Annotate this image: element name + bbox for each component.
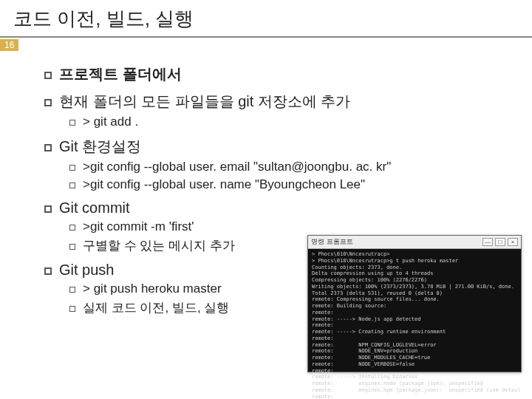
slide-title: 코드 이전, 빌드, 실행 [0,0,532,38]
page-number-badge: 16 [0,39,18,51]
square-small-bullet-icon [69,120,75,126]
section: 현재 폴더의 모든 파일들을 git 저장소에 추가> git add . [44,92,532,129]
section-heading-row: Git 환경설정 [44,137,532,157]
close-icon: × [508,238,518,246]
subitem-row: >git config --global user. name "Byoungc… [69,177,532,192]
subitem-text: > git add . [83,115,138,129]
square-small-bullet-icon [69,306,75,312]
square-small-bullet-icon [69,287,75,293]
subitem: >git config --global user. name "Byoungc… [69,177,532,192]
section: 프로젝트 폴더에서 [44,64,532,84]
section-heading: 프로젝트 폴더에서 [59,64,182,84]
section-heading: Git commit [59,200,130,216]
square-bullet-icon [44,72,52,79]
subitem-text: 실제 코드 이전, 빌드, 실행 [83,299,229,316]
section: Git 환경설정>git config --global user. email… [44,137,532,192]
square-bullet-icon [44,144,52,151]
terminal-title: 명령 프롬프트 [311,237,353,247]
section-heading: Git push [59,262,114,279]
square-small-bullet-icon [69,183,75,188]
maximize-icon: □ [495,238,505,246]
square-small-bullet-icon [69,225,75,231]
square-bullet-icon [44,205,52,213]
square-bullet-icon [44,267,52,275]
subitem-text: >git config --global user. name "Byoungc… [83,177,365,192]
subitem-row: >git config --global user. email "sultan… [69,160,532,174]
section-heading: 현재 폴더의 모든 파일들을 git 저장소에 추가 [59,92,350,112]
subitem-text: >git config --global user. email "sultan… [83,160,391,174]
subitem-text: 구별할 수 있는 메시지 추가 [83,237,235,254]
subitem-text: > git push heroku master [83,282,222,296]
terminal-screenshot: 명령 프롬프트 — □ × > Phocs\010\Nncesrutracp> … [307,235,522,372]
subitem-row: >git commit -m 'first' [69,219,532,234]
square-small-bullet-icon [69,244,75,250]
terminal-titlebar: 명령 프롬프트 — □ × [308,236,521,249]
subitem-row: > git add . [69,115,532,129]
subitem-text: >git commit -m 'first' [83,219,194,234]
subitem: >git commit -m 'first' [69,219,532,234]
section-heading-row: 현재 폴더의 모든 파일들을 git 저장소에 추가 [44,92,532,112]
section-heading-row: 프로젝트 폴더에서 [44,64,532,84]
square-small-bullet-icon [69,165,75,171]
subitem: > git add . [69,115,532,129]
square-bullet-icon [44,99,52,106]
section-heading: Git 환경설정 [59,137,141,157]
minimize-icon: — [482,238,493,246]
subitem: >git config --global user. email "sultan… [69,160,532,174]
terminal-body: > Phocs\010\Nncesrutracp> > Phocs\018\Nn… [308,249,521,399]
section-heading-row: Git commit [44,200,532,216]
